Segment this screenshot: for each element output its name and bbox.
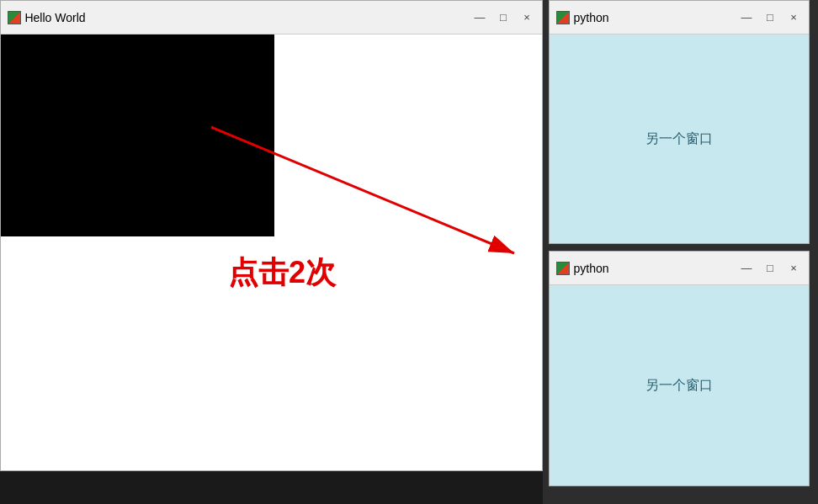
right-windows-container: python — □ × 另一个窗口 python — □ × 另一个窗口 [549,0,818,504]
hello-world-content: 点击2次 [1,34,542,470]
hello-world-window: Hello World — □ × 点击2次 [0,0,543,471]
python-top-close-button[interactable]: × [785,9,802,26]
python-top-title-bar: python — □ × [550,1,809,34]
python-bottom-controls: — □ × [738,260,802,277]
python-window-top: python — □ × 另一个窗口 [549,0,810,244]
black-canvas[interactable] [1,34,274,236]
taskbar [0,471,543,504]
python-bottom-maximize-button[interactable]: □ [762,260,778,277]
python-bottom-minimize-button[interactable]: — [738,260,755,277]
hello-world-title-bar: Hello World — □ × [1,1,542,34]
python-bottom-window-icon [556,262,570,275]
close-button[interactable]: × [518,9,535,26]
python-top-minimize-button[interactable]: — [738,9,755,26]
maximize-button[interactable]: □ [495,9,512,26]
python-bottom-content: 另一个窗口 [550,285,809,485]
python-top-content: 另一个窗口 [550,34,809,243]
python-top-title: python [573,11,738,24]
click-instruction-label: 点击2次 [228,252,336,294]
python-top-label: 另一个窗口 [645,130,713,148]
hello-world-controls: — □ × [471,9,535,26]
python-window-bottom: python — □ × 另一个窗口 [549,251,810,486]
python-bottom-label: 另一个窗口 [645,377,713,395]
python-top-maximize-button[interactable]: □ [762,9,778,26]
python-bottom-title: python [573,262,738,275]
minimize-button[interactable]: — [471,9,488,26]
hello-world-window-icon [8,11,21,24]
python-top-window-icon [556,11,570,24]
python-top-controls: — □ × [738,9,802,26]
python-bottom-title-bar: python — □ × [550,252,809,285]
hello-world-title: Hello World [24,11,471,24]
python-bottom-close-button[interactable]: × [785,260,802,277]
